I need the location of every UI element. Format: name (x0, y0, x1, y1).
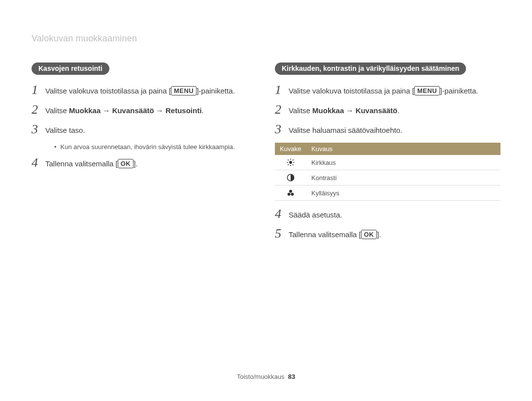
bold-text: Kuvansäätö (356, 106, 398, 115)
step-number: 3 (32, 123, 45, 136)
step-text: Valitse valokuva toistotilassa ja paina … (45, 84, 257, 96)
step-number: 4 (275, 208, 289, 220)
table-header-desc: Kuvaus (306, 143, 500, 155)
menu-icon: MENU (414, 86, 440, 95)
page-title: Valokuvan muokkaaminen (32, 33, 500, 44)
step-row: 3 Valitse taso. (32, 123, 257, 136)
step-row: 4 Tallenna valitsemalla [OK]. (32, 156, 257, 169)
step-number: 1 (275, 84, 289, 96)
step-row: 1 Valitse valokuva toistotilassa ja pain… (275, 84, 500, 96)
step-number: 3 (275, 123, 289, 136)
page: Valokuvan muokkaaminen Kasvojen retusoin… (0, 0, 532, 247)
arrow: → (100, 106, 112, 115)
table-row: Kontrasti (275, 170, 500, 185)
svg-line-6 (293, 164, 294, 165)
step-text: Valitse Muokkaa → Kuvansäätö → Retusoint… (45, 103, 257, 116)
text: Valitse valokuva toistotilassa ja paina … (45, 87, 171, 95)
options-table: Kuvake Kuvaus Kirkkaus (275, 143, 500, 201)
bold-text: Muokkaa (312, 106, 344, 115)
menu-icon: MENU (171, 86, 197, 95)
svg-line-7 (288, 164, 289, 165)
step-row: 3 Valitse haluamasi säätövaihtoehto. (275, 123, 500, 136)
bold-text: Muokkaa (69, 106, 100, 115)
step-text: Säädä asetusta. (289, 208, 500, 220)
text: Tallenna valitsemalla [ (45, 159, 118, 168)
text: . (201, 106, 203, 115)
table-cell-label: Kirkkaus (306, 155, 500, 170)
text: Valitse (45, 106, 69, 115)
svg-point-10 (289, 190, 292, 193)
arrow: → (154, 106, 166, 115)
table-header-icon: Kuvake (275, 143, 306, 155)
left-steps: 1 Valitse valokuva toistotilassa ja pain… (32, 84, 257, 169)
table-row: Kylläisyys (275, 185, 500, 201)
contrast-icon (275, 170, 306, 185)
step-text: Tallenna valitsemalla [OK]. (289, 227, 500, 240)
text: Valitse valokuva toistotilassa ja paina … (289, 87, 414, 95)
step-text: Valitse valokuva toistotilassa ja paina … (289, 84, 500, 96)
step-number: 2 (32, 103, 45, 116)
ok-icon: OK (361, 230, 377, 239)
svg-point-12 (291, 193, 294, 196)
saturation-icon (275, 185, 306, 201)
text: ]-painiketta. (440, 87, 478, 95)
step-text: Tallenna valitsemalla [OK]. (45, 156, 257, 169)
left-pill: Kasvojen retusointi (32, 62, 109, 75)
left-column: Kasvojen retusointi 1 Valitse valokuva t… (32, 62, 257, 247)
two-column-layout: Kasvojen retusointi 1 Valitse valokuva t… (32, 62, 500, 247)
table-row: Kirkkaus (275, 155, 500, 170)
step-number: 4 (32, 156, 45, 169)
step-text: Valitse haluamasi säätövaihtoehto. (289, 123, 500, 135)
step-row: 2 Valitse Muokkaa → Kuvansäätö. (275, 103, 500, 116)
text: ]. (377, 230, 381, 239)
footer-page-number: 83 (288, 373, 295, 380)
step-row: 5 Tallenna valitsemalla [OK]. (275, 227, 500, 240)
right-pill: Kirkkauden, kontrastin ja värikylläisyyd… (275, 62, 466, 75)
right-steps: 1 Valitse valokuva toistotilassa ja pain… (275, 84, 500, 240)
text: Valitse (289, 106, 312, 115)
svg-line-5 (288, 159, 289, 160)
svg-line-8 (293, 159, 294, 160)
ok-icon: OK (118, 159, 134, 168)
right-column: Kirkkauden, kontrastin ja värikylläisyyd… (275, 62, 500, 247)
text: . (398, 106, 399, 115)
step-row: 2 Valitse Muokkaa → Kuvansäätö → Retusoi… (32, 103, 257, 116)
step-text: Valitse Muokkaa → Kuvansäätö. (289, 103, 500, 116)
text: ]-painiketta. (197, 87, 235, 95)
step-text: Valitse taso. (45, 123, 257, 135)
arrow: → (344, 106, 355, 115)
bold-text: Retusointi (166, 106, 201, 115)
page-footer: Toisto/muokkaus 83 (0, 373, 532, 380)
bold-text: Kuvansäätö (112, 106, 154, 115)
step-number: 1 (32, 84, 45, 96)
brightness-icon (275, 155, 306, 170)
step-number: 2 (275, 103, 289, 116)
svg-point-0 (289, 161, 292, 164)
table-cell-label: Kylläisyys (306, 185, 500, 201)
step-number: 5 (275, 227, 289, 240)
svg-point-11 (288, 193, 291, 196)
step-row: 1 Valitse valokuva toistotilassa ja pain… (32, 84, 257, 96)
step-row: 4 Säädä asetusta. (275, 208, 500, 220)
table-cell-label: Kontrasti (306, 170, 500, 185)
text: ]. (133, 159, 137, 168)
footer-section: Toisto/muokkaus (237, 373, 285, 380)
sub-bullet: Kun arvoa suurennetaan, ihovärin sävyist… (54, 143, 257, 152)
text: Tallenna valitsemalla [ (289, 230, 361, 239)
